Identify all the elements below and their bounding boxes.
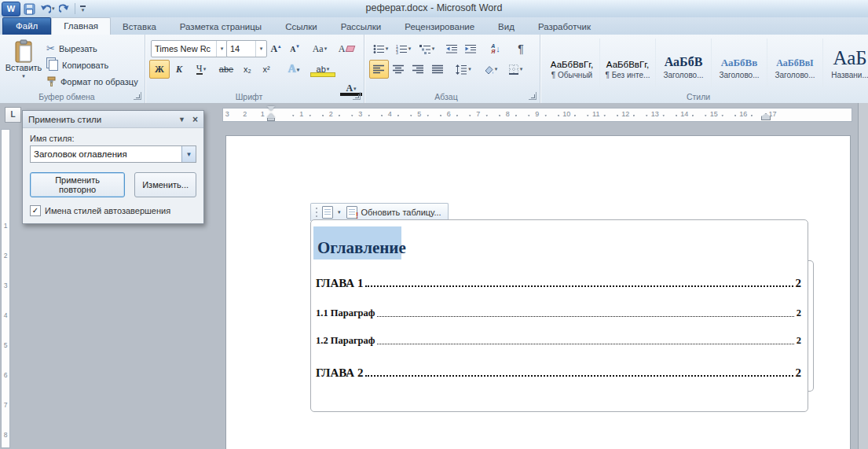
toc-title[interactable]: Оглавление	[317, 238, 406, 258]
copy-button[interactable]: Копировать	[44, 57, 141, 73]
style-heading-1[interactable]: АаБбВ Заголово...	[656, 39, 712, 87]
update-table-icon[interactable]: !	[346, 206, 357, 219]
tab-review[interactable]: Рецензирование	[393, 19, 486, 35]
left-indent-marker[interactable]	[267, 118, 275, 121]
combo-dropdown-button[interactable]: ▼	[181, 146, 196, 162]
borders-button[interactable]: ▾	[504, 60, 527, 79]
tab-view[interactable]: Вид	[486, 19, 526, 35]
numbering-button[interactable]: 123 ▾	[392, 39, 415, 58]
paste-button[interactable]: Вставить ▾	[5, 39, 42, 92]
underline-button[interactable]: Ч ▾	[189, 60, 214, 79]
toc-dropdown-arrow[interactable]: ▾	[338, 209, 341, 215]
first-line-indent-marker[interactable]	[267, 106, 275, 111]
font-dialog-launcher[interactable]	[353, 92, 361, 100]
tab-page-layout[interactable]: Разметка страницы	[168, 19, 273, 35]
italic-button[interactable]: K	[170, 60, 189, 79]
justify-button[interactable]	[428, 60, 448, 79]
increase-indent-icon	[465, 44, 477, 54]
tab-insert[interactable]: Вставка	[111, 19, 168, 35]
line-spacing-button[interactable]: ▾	[452, 60, 475, 79]
show-marks-button[interactable]: ¶	[511, 39, 530, 58]
undo-dropdown-arrow[interactable]: ▾	[52, 6, 55, 12]
multilevel-list-icon	[419, 44, 431, 54]
bold-button[interactable]: Ж	[149, 60, 170, 79]
autocomplete-checkbox[interactable]: ✓	[30, 205, 41, 216]
tab-file[interactable]: Файл	[2, 17, 51, 35]
clipboard-dialog-launcher[interactable]	[134, 92, 141, 100]
multilevel-list-button[interactable]: ▾	[415, 39, 439, 58]
ruler-margin-numbers: 321	[218, 109, 272, 121]
ruler-number: 11	[581, 109, 611, 121]
toc-entry-chapter-2[interactable]: ГЛАВА 2 2	[316, 366, 801, 380]
tab-developer[interactable]: Разработчик	[526, 19, 602, 35]
save-button[interactable]	[23, 2, 36, 16]
toc-update-tab[interactable]: ▾ ! Обновить таблицу...	[310, 203, 449, 221]
font-size-combo[interactable]: 14 ▾	[226, 40, 267, 57]
toc-entry-chapter-1[interactable]: ГЛАВА 1 2	[316, 277, 801, 290]
tab-references[interactable]: Ссылки	[273, 19, 329, 35]
toc-entry-1-2[interactable]: 1.2 Параграф 2	[316, 335, 801, 347]
style-title[interactable]: АаБ Названи...	[823, 39, 868, 87]
format-painter-button[interactable]: Формат по образцу	[44, 73, 141, 90]
grow-font-button[interactable]: А▴	[266, 39, 285, 58]
style-name-combo[interactable]: Заголовок оглавления ▼	[30, 145, 196, 163]
reapply-button[interactable]: Применить повторно	[30, 172, 125, 197]
align-left-button[interactable]	[369, 60, 389, 79]
horizontal-ruler[interactable]: 321 12345678910111213141516 17	[222, 108, 852, 122]
ruler-number: 15	[699, 109, 729, 121]
subscript-button[interactable]: x₂	[238, 60, 257, 79]
cut-button[interactable]: ✂ Вырезать	[44, 40, 141, 57]
tab-mailings[interactable]: Рассылки	[329, 19, 394, 35]
text-effects-button[interactable]: А ▾	[280, 60, 307, 79]
shrink-font-button[interactable]: А▾	[285, 39, 304, 58]
undo-button[interactable]: ▾	[38, 2, 56, 16]
dialog-title-bar[interactable]: Применить стили ▼ ×	[23, 111, 203, 128]
align-right-button[interactable]	[408, 60, 428, 79]
font-group-label: Шрифт	[145, 92, 353, 101]
font-family-dropdown-arrow[interactable]: ▾	[216, 41, 227, 57]
document-page[interactable]: ▾ ! Обновить таблицу... Оглавление ГЛАВА…	[225, 135, 851, 449]
drag-grip-icon[interactable]	[316, 212, 317, 213]
change-case-button[interactable]: Аа▾	[307, 39, 332, 58]
superscript-button[interactable]: x²	[257, 60, 276, 79]
paste-dropdown-arrow[interactable]: ▾	[22, 73, 25, 79]
indent-markers[interactable]	[267, 106, 275, 123]
hanging-indent-marker[interactable]	[267, 113, 275, 118]
sort-button[interactable]: АЯ ↓	[483, 39, 508, 58]
align-center-button[interactable]	[389, 60, 408, 79]
redo-button[interactable]	[58, 2, 71, 16]
qat-customize-button[interactable]: ▾	[79, 2, 86, 16]
tab-home[interactable]: Главная	[51, 17, 111, 35]
dot-leader	[377, 316, 793, 317]
toc-document-icon[interactable]	[322, 206, 333, 219]
close-icon[interactable]: ×	[192, 116, 198, 123]
align-right-icon	[412, 64, 424, 75]
clear-formatting-button[interactable]: А	[335, 39, 357, 58]
tab-stop-selector[interactable]: L	[5, 107, 21, 123]
toc-content-control[interactable]: Оглавление ГЛАВА 1 2 1.1 Параграф 2 1.2 …	[310, 219, 808, 412]
font-size-dropdown-arrow[interactable]: ▾	[255, 41, 266, 57]
style-heading-3[interactable]: АаБбВвІ Заголово...	[767, 39, 823, 87]
strikethrough-button[interactable]: abe	[214, 60, 238, 79]
bullets-button[interactable]: ▾	[369, 39, 392, 58]
font-family-combo[interactable]: Times New Rc ▾	[151, 40, 228, 57]
style-no-spacing[interactable]: АаБбВвГг, ¶ Без инте...	[600, 39, 656, 87]
update-table-label[interactable]: Обновить таблицу...	[361, 208, 441, 217]
dot-leader	[365, 285, 793, 287]
modify-button[interactable]: Изменить...	[134, 172, 196, 197]
decrease-indent-button[interactable]	[442, 39, 461, 58]
dialog-menu-icon[interactable]: ▼	[178, 116, 185, 123]
ruler-number: 16	[729, 109, 759, 121]
toc-entry-1-1[interactable]: 1.1 Параграф 2	[316, 307, 801, 319]
vertical-scrollbar[interactable]	[858, 103, 868, 449]
svg-text:3: 3	[396, 50, 398, 54]
shading-button[interactable]: ▾	[478, 60, 502, 79]
paragraph-dialog-launcher[interactable]	[529, 92, 537, 100]
word-logo-icon[interactable]: W	[2, 2, 20, 17]
style-heading-2[interactable]: АаБбВв Заголово...	[712, 39, 767, 87]
ruler-number: 2	[317, 109, 346, 121]
highlight-color-button[interactable]: ab ▾	[309, 60, 337, 79]
style-normal[interactable]: АаБбВвГг, ¶ Обычный	[544, 39, 600, 87]
sort-icon: АЯ	[491, 43, 495, 54]
increase-indent-button[interactable]	[461, 39, 480, 58]
